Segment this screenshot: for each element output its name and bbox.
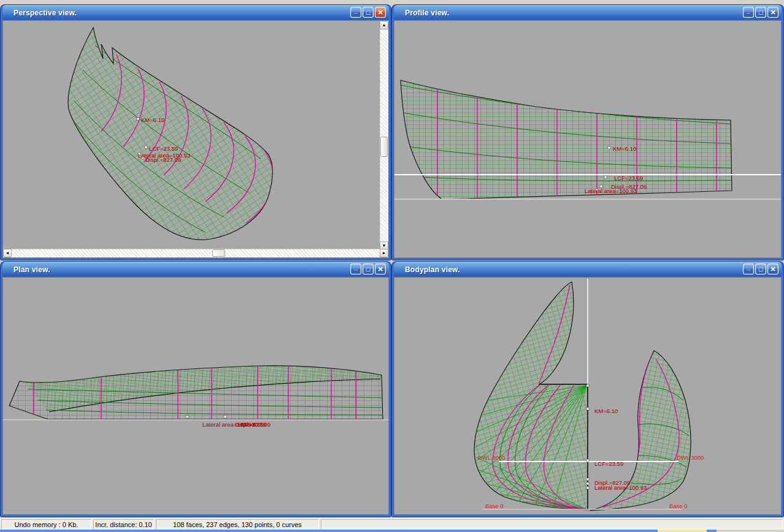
taskbar-edge bbox=[0, 530, 784, 532]
bodyplan-left-sections-mesh bbox=[474, 282, 588, 510]
window-plan-view: Plan view. _ □ ✕ bbox=[1, 262, 391, 517]
window-title: Perspective view. bbox=[2, 9, 77, 17]
status-model-stats: 108 faces, 237 edges, 130 points, 0 curv… bbox=[156, 519, 319, 530]
status-extra-panel bbox=[321, 519, 783, 530]
maximize-icon: □ bbox=[759, 9, 763, 16]
profile-canvas[interactable]: KM=6.10 LCF=23.59 Displ.=827.09 Lateral … bbox=[394, 21, 781, 257]
minimize-button[interactable]: _ bbox=[743, 264, 754, 275]
annotation-lcf: LCF=23.59 bbox=[149, 145, 178, 152]
titlebar-bodyplan[interactable]: Bodyplan view. _ □ ✕ bbox=[394, 262, 782, 277]
maximize-button[interactable]: □ bbox=[363, 7, 374, 18]
titlebar-profile[interactable]: Profile view. _ □ ✕ bbox=[394, 5, 782, 20]
window-profile-view: Profile view. _ □ ✕ bbox=[392, 5, 783, 260]
annotation-displacement: Displ.=827.09 bbox=[145, 156, 181, 163]
annotation-km: KM=6.10 bbox=[613, 145, 636, 152]
annotation-lateral-area: Lateral area=100.93 bbox=[585, 188, 637, 194]
status-bar: Undo memory : 0 Kb. Incr. distance: 0.10… bbox=[0, 518, 784, 530]
vertical-scroll-thumb[interactable] bbox=[380, 137, 388, 157]
scroll-right-button[interactable]: ► bbox=[380, 249, 388, 257]
horizontal-scrollbar[interactable]: ◄ ► bbox=[3, 249, 388, 257]
maximize-button[interactable]: □ bbox=[363, 264, 374, 275]
minimize-icon: _ bbox=[354, 263, 358, 270]
window-title: Plan view. bbox=[2, 265, 50, 274]
horizontal-scroll-thumb[interactable] bbox=[212, 249, 225, 257]
minimize-icon: _ bbox=[747, 263, 750, 270]
profile-hull-mesh bbox=[401, 80, 732, 199]
close-icon: ✕ bbox=[770, 9, 775, 16]
maximize-button[interactable]: □ bbox=[755, 264, 766, 275]
taskbar-edge-highlight bbox=[658, 530, 707, 532]
label-base-left: Base 0 bbox=[485, 503, 504, 509]
status-undo-memory: Undo memory : 0 Kb. bbox=[1, 519, 91, 530]
status-incr-distance: Incr. distance: 0.10 bbox=[93, 519, 154, 530]
scroll-up-button[interactable]: ▲ bbox=[380, 21, 388, 29]
minimize-icon: _ bbox=[354, 6, 358, 13]
bodyplan-client: DWL 3000 DWL 3000 bbox=[394, 277, 782, 515]
minimize-button[interactable]: _ bbox=[350, 7, 361, 18]
titlebar-perspective[interactable]: Perspective view. _ □ ✕ bbox=[2, 5, 389, 20]
perspective-client: KM=6.10 LCF=23.59 Lateral area=100.93 Di… bbox=[2, 20, 389, 258]
window-title: Bodyplan view. bbox=[394, 265, 460, 274]
label-base-right: Base 0 bbox=[669, 503, 688, 509]
close-icon: ✕ bbox=[377, 9, 383, 16]
window-perspective-view: Perspective view. _ □ ✕ bbox=[1, 5, 391, 260]
annotation-lcf: LCF=23.59 bbox=[614, 175, 643, 181]
annotation-lateral-area: Lateral area=100.93 bbox=[594, 484, 647, 491]
plan-client: Lateral area=100.93 Displ.=827.09 LCF=23… bbox=[2, 277, 389, 515]
arrow-right-icon: ► bbox=[382, 251, 386, 255]
minimize-icon: _ bbox=[747, 6, 750, 13]
close-button[interactable]: ✕ bbox=[375, 264, 386, 275]
window-title: Profile view. bbox=[394, 9, 449, 17]
annotation-km: KM=6.10 bbox=[240, 421, 264, 428]
annotation-km: KM=6.10 bbox=[594, 408, 618, 414]
bodyplan-canvas[interactable]: DWL 3000 DWL 3000 bbox=[394, 278, 781, 514]
close-button[interactable]: ✕ bbox=[767, 7, 778, 18]
titlebar-plan[interactable]: Plan view. _ □ ✕ bbox=[2, 262, 389, 277]
plan-canvas[interactable]: Lateral area=100.93 Displ.=827.09 LCF=23… bbox=[3, 278, 388, 514]
close-button[interactable]: ✕ bbox=[375, 7, 386, 18]
maximize-icon: □ bbox=[759, 265, 763, 273]
arrow-up-icon: ▲ bbox=[382, 23, 386, 27]
close-icon: ✕ bbox=[377, 265, 383, 273]
scroll-left-button[interactable]: ◄ bbox=[3, 249, 12, 257]
minimize-button[interactable]: _ bbox=[350, 264, 361, 275]
arrow-left-icon: ◄ bbox=[6, 251, 10, 255]
application-workspace: Perspective view. _ □ ✕ bbox=[0, 0, 784, 532]
annotation-lcf: LCF=23.59 bbox=[594, 460, 623, 467]
taskbar-edge-gray bbox=[717, 530, 784, 532]
maximize-button[interactable]: □ bbox=[755, 7, 766, 18]
profile-client: KM=6.10 LCF=23.59 Displ.=827.09 Lateral … bbox=[394, 20, 782, 258]
vertical-scrollbar[interactable]: ▲ ▼ bbox=[380, 21, 388, 250]
perspective-canvas[interactable]: KM=6.10 LCF=23.59 Lateral area=100.93 Di… bbox=[3, 21, 381, 250]
minimize-button[interactable]: _ bbox=[743, 7, 754, 18]
arrow-down-icon: ▼ bbox=[382, 243, 386, 248]
window-bodyplan-view: Bodyplan view. _ □ ✕ bbox=[392, 262, 783, 517]
annotation-km: KM=6.10 bbox=[141, 116, 164, 123]
close-button[interactable]: ✕ bbox=[767, 264, 778, 275]
maximize-icon: □ bbox=[366, 9, 371, 16]
close-icon: ✕ bbox=[770, 265, 775, 273]
perspective-hull-mesh bbox=[68, 28, 272, 240]
maximize-icon: □ bbox=[366, 265, 371, 273]
